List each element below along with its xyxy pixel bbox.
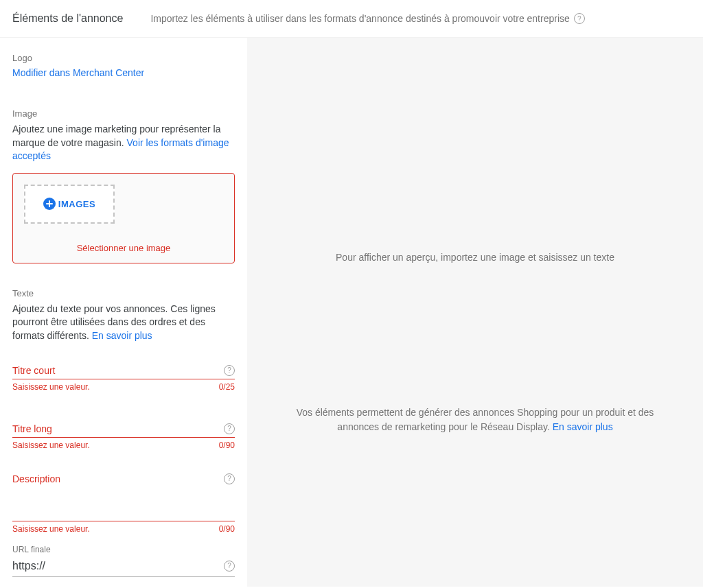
help-icon[interactable]: ? [224,423,235,434]
final-url-input[interactable]: https:// ? [12,556,235,577]
image-upload-error: Sélectionner une image [24,243,223,253]
help-icon[interactable]: ? [224,365,235,376]
short-title-input[interactable]: Titre court ? [12,361,235,379]
page-subtitle-text: Importez les éléments à utiliser dans le… [150,13,569,24]
image-description: Ajoutez une image marketing pour représe… [12,123,235,163]
image-upload-button[interactable]: IMAGES [24,185,115,224]
final-url-label: URL finale [12,545,235,554]
description-counter: 0/90 [219,524,235,534]
preview-placeholder: Pour afficher un aperçu, importez une im… [247,252,703,263]
text-description: Ajoutez du texte pour vos annonces. Ces … [12,303,235,343]
long-title-counter: 0/90 [219,440,235,450]
page-subtitle: Importez les éléments à utiliser dans le… [150,13,584,24]
long-title-label: Titre long [12,423,52,434]
page-title: Éléments de l'annonce [12,12,123,25]
description-error: Saisissez une valeur. [12,524,90,534]
text-section: Texte Ajoutez du texte pour vos annonces… [12,288,235,343]
help-icon[interactable]: ? [574,13,585,24]
final-url-value: https:// [12,560,45,572]
preview-panel: Pour afficher un aperçu, importez une im… [247,38,703,587]
short-title-field: Titre court ? Saisissez une valeur. 0/25 [12,361,235,392]
text-learn-more-link[interactable]: En savoir plus [92,330,152,341]
plus-icon [43,198,56,210]
edit-merchant-center-link[interactable]: Modifier dans Merchant Center [12,67,144,78]
long-title-input[interactable]: Titre long ? [12,419,235,438]
description-label: Description [12,473,60,484]
description-input[interactable] [12,487,235,521]
logo-label: Logo [12,53,235,63]
page-header: Éléments de l'annonce Importez les éléme… [0,0,703,38]
short-title-label: Titre court [12,365,56,376]
help-icon[interactable]: ? [224,561,235,572]
short-title-counter: 0/25 [219,382,235,392]
logo-section: Logo Modifier dans Merchant Center [12,53,235,78]
long-title-field: Titre long ? Saisissez une valeur. 0/90 [12,419,235,450]
long-title-error: Saisissez une valeur. [12,440,90,450]
image-upload-box: IMAGES Sélectionner une image [12,173,235,263]
short-title-error: Saisissez une valeur. [12,382,90,392]
image-upload-label: IMAGES [58,199,95,209]
text-label: Texte [12,288,235,298]
preview-learn-more-link[interactable]: En savoir plus [553,421,613,432]
final-url-field: URL finale https:// ? [12,545,235,577]
form-panel: Logo Modifier dans Merchant Center Image… [0,38,247,587]
preview-footer: Vos éléments permettent de générer des a… [247,405,703,434]
description-field: Description ? Saisissez une valeur. 0/90 [12,469,235,534]
help-icon[interactable]: ? [224,473,235,484]
image-section: Image Ajoutez une image marketing pour r… [12,108,235,263]
image-label: Image [12,108,235,119]
